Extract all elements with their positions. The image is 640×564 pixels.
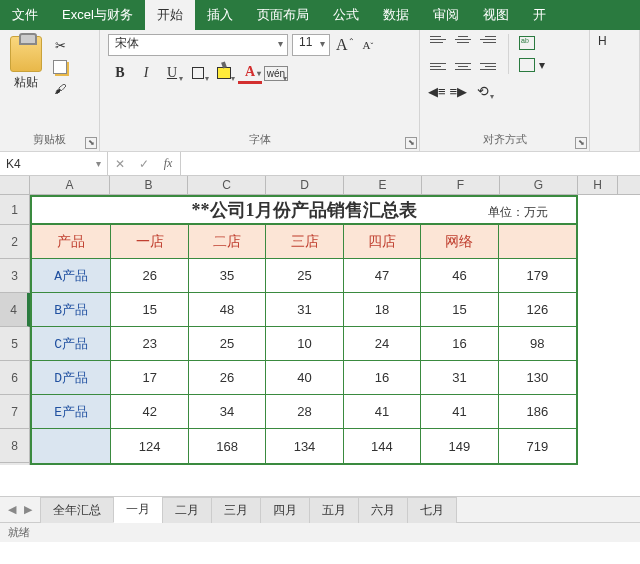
clipboard-launcher[interactable]: ⬊ [85, 137, 97, 149]
tab-excel-finance[interactable]: Excel与财务 [50, 0, 145, 30]
sheet-tab-jul[interactable]: 七月 [407, 497, 457, 523]
cell-grid[interactable]: **公司1月份产品销售汇总表 单位：万元 产品 一店 二店 三店 四店 网络 A… [30, 195, 640, 465]
sheet-nav-next[interactable]: ▶ [24, 503, 32, 516]
tab-insert[interactable]: 插入 [195, 0, 245, 30]
fill-color-button[interactable] [212, 62, 236, 84]
col-header-E[interactable]: E [344, 176, 422, 194]
tab-developer[interactable]: 开 [521, 0, 558, 30]
cell[interactable]: 28 [266, 395, 343, 429]
sheet-tab-annual[interactable]: 全年汇总 [40, 497, 114, 523]
tab-review[interactable]: 审阅 [421, 0, 471, 30]
cell[interactable]: A产品 [32, 259, 111, 293]
cell[interactable]: 16 [421, 327, 498, 361]
italic-button[interactable]: I [134, 62, 158, 84]
paste-button[interactable]: 粘贴 [8, 34, 44, 93]
cell[interactable]: 186 [499, 395, 576, 429]
cell[interactable]: 10 [266, 327, 343, 361]
row-header-4[interactable]: 4 [0, 293, 30, 327]
align-middle-button[interactable] [452, 34, 474, 54]
cell[interactable]: 179 [499, 259, 576, 293]
increase-indent-button[interactable]: ≡▶ [450, 84, 468, 99]
cell[interactable]: 15 [111, 293, 188, 327]
formula-bar[interactable] [181, 152, 640, 175]
cell[interactable]: 134 [266, 429, 343, 463]
sheet-tab-may[interactable]: 五月 [309, 497, 359, 523]
row-header-3[interactable]: 3 [0, 259, 29, 293]
font-color-button[interactable]: A [238, 62, 262, 84]
cell[interactable]: 47 [344, 259, 421, 293]
cell[interactable]: C产品 [32, 327, 111, 361]
cell[interactable]: 41 [344, 395, 421, 429]
insert-function-button[interactable]: fx [156, 156, 180, 171]
cell[interactable]: 25 [189, 327, 266, 361]
row-header-5[interactable]: 5 [0, 327, 29, 361]
cell[interactable]: 17 [111, 361, 188, 395]
cell[interactable]: 34 [189, 395, 266, 429]
cell[interactable]: 40 [266, 361, 343, 395]
hdr-product[interactable]: 产品 [32, 225, 111, 259]
cell[interactable] [32, 429, 111, 463]
cell[interactable]: 130 [499, 361, 576, 395]
tab-formula[interactable]: 公式 [321, 0, 371, 30]
cell[interactable]: 42 [111, 395, 188, 429]
tab-data[interactable]: 数据 [371, 0, 421, 30]
tab-page-layout[interactable]: 页面布局 [245, 0, 321, 30]
cell[interactable]: 46 [421, 259, 498, 293]
align-top-button[interactable] [428, 34, 450, 54]
cell[interactable]: 15 [421, 293, 498, 327]
font-launcher[interactable]: ⬊ [405, 137, 417, 149]
row-header-2[interactable]: 2 [0, 225, 29, 259]
cell[interactable]: 31 [421, 361, 498, 395]
font-size-select[interactable]: 11 [292, 34, 330, 56]
sheet-tab-mar[interactable]: 三月 [211, 497, 261, 523]
cut-button[interactable] [50, 36, 70, 54]
wrap-text-button[interactable] [517, 34, 547, 52]
cell[interactable]: 98 [499, 327, 576, 361]
row-header-6[interactable]: 6 [0, 361, 29, 395]
col-header-H[interactable]: H [578, 176, 618, 194]
align-center-button[interactable] [452, 56, 474, 76]
alignment-launcher[interactable]: ⬊ [575, 137, 587, 149]
align-left-button[interactable] [428, 56, 450, 76]
accept-formula-button[interactable]: ✓ [132, 157, 156, 171]
cell[interactable]: 18 [344, 293, 421, 327]
hdr-store4[interactable]: 四店 [344, 225, 421, 259]
sheet-tab-apr[interactable]: 四月 [260, 497, 310, 523]
cell[interactable]: B产品 [32, 293, 111, 327]
col-header-D[interactable]: D [266, 176, 344, 194]
row-header-7[interactable]: 7 [0, 395, 29, 429]
orientation-button[interactable]: ⟲ [471, 80, 495, 102]
row-header-1[interactable]: 1 [0, 195, 29, 225]
col-header-F[interactable]: F [422, 176, 500, 194]
decrease-font-button[interactable]: A [361, 39, 376, 51]
border-button[interactable] [186, 62, 210, 84]
tab-home[interactable]: 开始 [145, 0, 195, 30]
cell[interactable]: 24 [344, 327, 421, 361]
hdr-store3[interactable]: 三店 [266, 225, 343, 259]
cell[interactable]: 25 [266, 259, 343, 293]
row-header-8[interactable]: 8 [0, 429, 29, 463]
underline-button[interactable]: U [160, 62, 184, 84]
format-painter-button[interactable] [50, 80, 70, 98]
cell[interactable]: 124 [111, 429, 188, 463]
font-family-select[interactable]: 宋体 [108, 34, 288, 56]
cancel-formula-button[interactable]: ✕ [108, 157, 132, 171]
tab-file[interactable]: 文件 [0, 0, 50, 30]
cell[interactable]: D产品 [32, 361, 111, 395]
cell[interactable]: 149 [421, 429, 498, 463]
col-header-C[interactable]: C [188, 176, 266, 194]
hdr-online[interactable]: 网络 [421, 225, 498, 259]
hdr-store2[interactable]: 二店 [189, 225, 266, 259]
increase-font-button[interactable]: A [334, 36, 357, 54]
cell[interactable]: 48 [189, 293, 266, 327]
align-bottom-button[interactable] [476, 34, 498, 54]
phonetic-button[interactable]: wén [264, 62, 288, 84]
cell[interactable]: 168 [189, 429, 266, 463]
align-right-button[interactable] [476, 56, 498, 76]
bold-button[interactable]: B [108, 62, 132, 84]
cell[interactable]: 41 [421, 395, 498, 429]
sheet-nav-prev[interactable]: ◀ [8, 503, 16, 516]
col-header-A[interactable]: A [30, 176, 110, 194]
cell[interactable]: E产品 [32, 395, 111, 429]
select-all-corner[interactable] [0, 176, 30, 195]
